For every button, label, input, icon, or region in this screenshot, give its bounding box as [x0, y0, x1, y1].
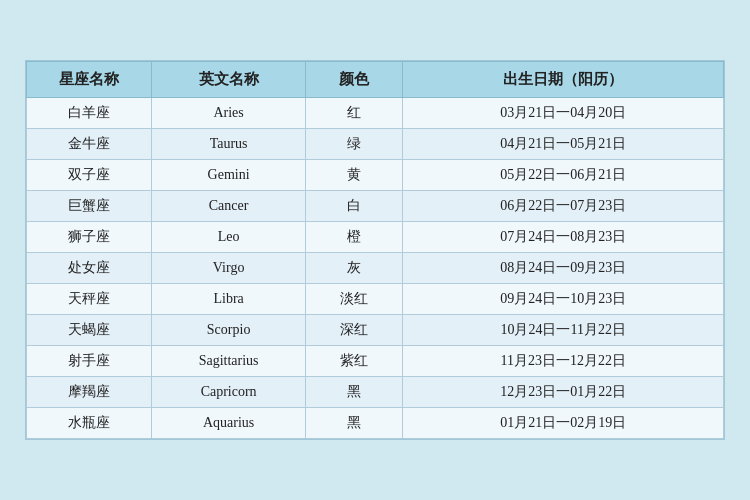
header-english: 英文名称: [152, 62, 305, 98]
cell-date: 03月21日一04月20日: [403, 98, 724, 129]
cell-english: Libra: [152, 284, 305, 315]
zodiac-table-container: 星座名称 英文名称 颜色 出生日期（阳历） 白羊座Aries红03月21日一04…: [25, 60, 725, 440]
header-date: 出生日期（阳历）: [403, 62, 724, 98]
zodiac-table: 星座名称 英文名称 颜色 出生日期（阳历） 白羊座Aries红03月21日一04…: [26, 61, 724, 439]
cell-color: 绿: [305, 129, 403, 160]
cell-chinese: 巨蟹座: [27, 191, 152, 222]
cell-english: Scorpio: [152, 315, 305, 346]
table-row: 水瓶座Aquarius黑01月21日一02月19日: [27, 408, 724, 439]
table-header-row: 星座名称 英文名称 颜色 出生日期（阳历）: [27, 62, 724, 98]
table-row: 天秤座Libra淡红09月24日一10月23日: [27, 284, 724, 315]
cell-date: 12月23日一01月22日: [403, 377, 724, 408]
cell-english: Virgo: [152, 253, 305, 284]
cell-color: 深红: [305, 315, 403, 346]
cell-date: 07月24日一08月23日: [403, 222, 724, 253]
cell-date: 09月24日一10月23日: [403, 284, 724, 315]
cell-date: 05月22日一06月21日: [403, 160, 724, 191]
header-chinese: 星座名称: [27, 62, 152, 98]
cell-english: Cancer: [152, 191, 305, 222]
cell-chinese: 摩羯座: [27, 377, 152, 408]
table-row: 天蝎座Scorpio深红10月24日一11月22日: [27, 315, 724, 346]
table-body: 白羊座Aries红03月21日一04月20日金牛座Taurus绿04月21日一0…: [27, 98, 724, 439]
cell-date: 11月23日一12月22日: [403, 346, 724, 377]
cell-chinese: 白羊座: [27, 98, 152, 129]
cell-chinese: 双子座: [27, 160, 152, 191]
cell-chinese: 射手座: [27, 346, 152, 377]
cell-date: 01月21日一02月19日: [403, 408, 724, 439]
cell-color: 黑: [305, 408, 403, 439]
cell-date: 04月21日一05月21日: [403, 129, 724, 160]
cell-chinese: 水瓶座: [27, 408, 152, 439]
table-row: 狮子座Leo橙07月24日一08月23日: [27, 222, 724, 253]
cell-color: 淡红: [305, 284, 403, 315]
cell-color: 白: [305, 191, 403, 222]
cell-chinese: 处女座: [27, 253, 152, 284]
cell-color: 红: [305, 98, 403, 129]
cell-english: Aries: [152, 98, 305, 129]
table-row: 摩羯座Capricorn黑12月23日一01月22日: [27, 377, 724, 408]
table-row: 双子座Gemini黄05月22日一06月21日: [27, 160, 724, 191]
header-color: 颜色: [305, 62, 403, 98]
cell-english: Sagittarius: [152, 346, 305, 377]
cell-english: Leo: [152, 222, 305, 253]
cell-color: 黑: [305, 377, 403, 408]
cell-color: 黄: [305, 160, 403, 191]
cell-chinese: 金牛座: [27, 129, 152, 160]
cell-date: 08月24日一09月23日: [403, 253, 724, 284]
cell-english: Aquarius: [152, 408, 305, 439]
cell-english: Gemini: [152, 160, 305, 191]
cell-chinese: 天蝎座: [27, 315, 152, 346]
cell-date: 10月24日一11月22日: [403, 315, 724, 346]
table-row: 射手座Sagittarius紫红11月23日一12月22日: [27, 346, 724, 377]
cell-english: Taurus: [152, 129, 305, 160]
cell-chinese: 狮子座: [27, 222, 152, 253]
cell-color: 紫红: [305, 346, 403, 377]
table-row: 处女座Virgo灰08月24日一09月23日: [27, 253, 724, 284]
table-row: 巨蟹座Cancer白06月22日一07月23日: [27, 191, 724, 222]
table-row: 金牛座Taurus绿04月21日一05月21日: [27, 129, 724, 160]
cell-chinese: 天秤座: [27, 284, 152, 315]
table-row: 白羊座Aries红03月21日一04月20日: [27, 98, 724, 129]
cell-color: 灰: [305, 253, 403, 284]
cell-date: 06月22日一07月23日: [403, 191, 724, 222]
cell-color: 橙: [305, 222, 403, 253]
cell-english: Capricorn: [152, 377, 305, 408]
